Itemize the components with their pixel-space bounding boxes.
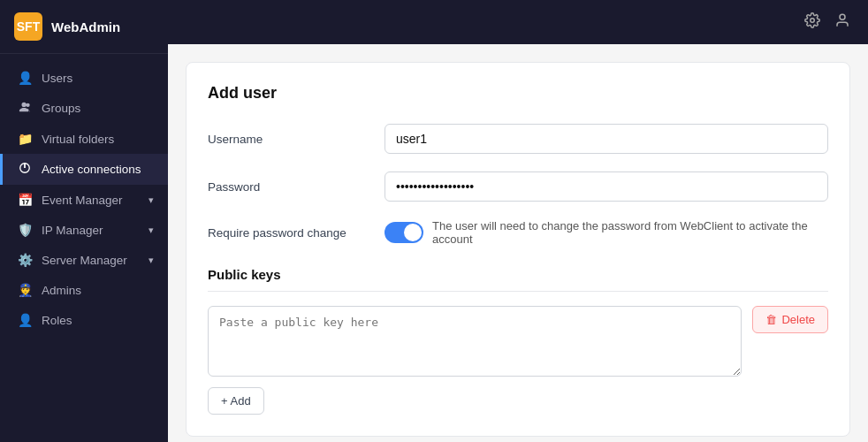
- user-avatar-icon[interactable]: [834, 12, 850, 32]
- app-logo: SFT WebAdmin: [0, 0, 168, 54]
- sidebar-item-admins[interactable]: 👮 Admins: [0, 275, 168, 305]
- public-keys-section: Public keys 🗑 Delete + Add: [208, 267, 828, 415]
- sidebar-item-active-connections[interactable]: Active connections: [0, 154, 168, 185]
- event-manager-chevron: ▾: [148, 194, 154, 206]
- sidebar-item-users[interactable]: 👤 Users: [0, 63, 168, 93]
- username-row: Username: [208, 124, 828, 154]
- main-area: Add user Username Password Require passw…: [168, 0, 868, 442]
- sidebar: SFT WebAdmin 👤 Users Groups 📁 Virtual fo…: [0, 0, 168, 442]
- username-input[interactable]: [385, 124, 828, 154]
- toggle-wrap: The user will need to change the passwor…: [385, 219, 828, 246]
- topbar: [168, 0, 868, 44]
- card-title: Add user: [208, 84, 828, 103]
- admins-icon: 👮: [17, 283, 33, 297]
- password-label: Password: [208, 180, 385, 194]
- username-label: Username: [208, 133, 385, 146]
- trash-icon: 🗑: [765, 313, 777, 326]
- sidebar-item-ip-manager[interactable]: 🛡️ IP Manager ▾: [0, 215, 168, 245]
- sidebar-label-roles: Roles: [42, 314, 72, 327]
- event-manager-icon: 📅: [17, 193, 33, 207]
- content-area: Add user Username Password Require passw…: [168, 44, 868, 442]
- sidebar-item-virtual-folders[interactable]: 📁 Virtual folders: [0, 124, 168, 154]
- sidebar-item-event-manager[interactable]: 📅 Event Manager ▾: [0, 185, 168, 215]
- sidebar-item-server-manager[interactable]: ⚙️ Server Manager ▾: [0, 245, 168, 275]
- require-change-toggle[interactable]: [385, 222, 423, 243]
- require-change-label: Require password change: [208, 226, 385, 240]
- sidebar-nav: 👤 Users Groups 📁 Virtual folders Active …: [0, 54, 168, 442]
- app-name: WebAdmin: [51, 19, 120, 34]
- logo-icon: SFT: [14, 12, 42, 41]
- ip-manager-icon: 🛡️: [17, 223, 33, 237]
- password-row: Password: [208, 171, 828, 202]
- server-manager-icon: ⚙️: [17, 253, 33, 267]
- public-keys-title: Public keys: [208, 267, 828, 292]
- password-input[interactable]: [385, 171, 828, 202]
- key-row: 🗑 Delete: [208, 306, 828, 377]
- require-change-desc: The user will need to change the passwor…: [432, 219, 828, 246]
- svg-point-2: [811, 19, 815, 23]
- add-key-button[interactable]: + Add: [208, 387, 264, 415]
- sidebar-label-admins: Admins: [42, 284, 81, 297]
- active-connections-icon: [17, 162, 33, 177]
- virtual-folders-icon: 📁: [17, 132, 33, 146]
- sidebar-label-server-manager: Server Manager: [42, 254, 127, 267]
- sidebar-label-ip-manager: IP Manager: [42, 224, 103, 237]
- sidebar-label-active-connections: Active connections: [42, 163, 141, 176]
- delete-label: Delete: [781, 313, 815, 326]
- add-label: + Add: [221, 394, 251, 408]
- ip-manager-chevron: ▾: [148, 225, 154, 236]
- sidebar-item-groups[interactable]: Groups: [0, 93, 168, 124]
- require-change-row: Require password change The user will ne…: [208, 219, 828, 246]
- groups-icon: [17, 101, 33, 116]
- roles-icon: 👤: [17, 313, 33, 327]
- server-manager-chevron: ▾: [148, 255, 154, 266]
- settings-icon[interactable]: [804, 12, 820, 32]
- svg-point-3: [840, 14, 845, 19]
- public-key-textarea[interactable]: [208, 306, 742, 377]
- sidebar-label-groups: Groups: [42, 102, 80, 115]
- sidebar-label-virtual-folders: Virtual folders: [42, 133, 114, 146]
- users-icon: 👤: [17, 71, 33, 85]
- add-user-card: Add user Username Password Require passw…: [186, 62, 850, 437]
- delete-key-button[interactable]: 🗑 Delete: [752, 306, 828, 333]
- sidebar-item-roles[interactable]: 👤 Roles: [0, 305, 168, 335]
- sidebar-label-users: Users: [42, 72, 72, 85]
- sidebar-label-event-manager: Event Manager: [42, 194, 123, 207]
